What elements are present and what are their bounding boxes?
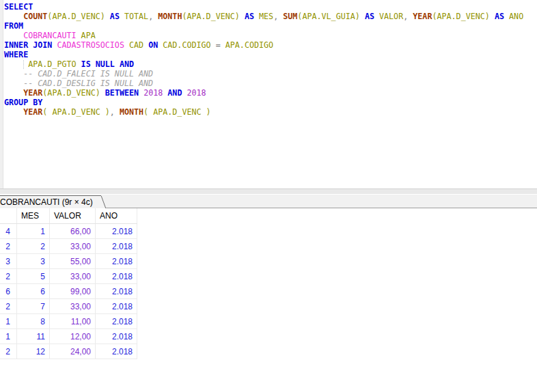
table-cell[interactable]: 2.018 — [96, 254, 137, 268]
code-line: WHERE — [4, 50, 523, 59]
table-cell[interactable]: 33,00 — [50, 269, 96, 283]
sql-token — [360, 12, 365, 21]
sql-token: AS — [110, 12, 120, 21]
table-row[interactable]: 1811,002.018 — [0, 314, 137, 329]
code-line: FROM — [4, 21, 523, 31]
table-cell[interactable]: 99,00 — [50, 284, 96, 298]
sql-token — [240, 12, 245, 21]
table-cell[interactable]: 11,00 — [50, 314, 96, 328]
sql-token: YEAR — [23, 88, 42, 98]
sql-token: = — [216, 40, 221, 50]
table-row[interactable]: 11112,002.018 — [0, 329, 137, 344]
results-tab-bar: COBRANCAUTI (9r × 4c) — [0, 195, 537, 208]
table-cell[interactable]: 4 — [0, 224, 17, 238]
table-row[interactable]: 21224,002.018 — [0, 344, 137, 359]
sql-token: COBRANCAUTI — [23, 31, 76, 40]
sql-token — [4, 59, 28, 69]
table-cell[interactable]: 1 — [0, 314, 17, 328]
column-header-valor[interactable]: VALOR — [50, 208, 96, 223]
results-tab[interactable]: COBRANCAUTI (9r × 4c) — [0, 195, 101, 208]
code-line: COUNT(APA.D_VENC) AS TOTAL, MONTH(APA.D_… — [4, 12, 523, 21]
table-cell[interactable]: 5 — [17, 269, 50, 283]
table-row[interactable]: 2233,002.018 — [0, 239, 137, 254]
sql-token: 2018 — [187, 88, 206, 98]
column-header-mes[interactable]: MES — [17, 208, 50, 223]
sql-token: INNER JOIN — [4, 40, 52, 50]
table-cell[interactable]: 8 — [17, 314, 50, 328]
table-cell[interactable]: 2.018 — [96, 299, 137, 313]
sql-token: , — [110, 107, 120, 117]
sql-token — [4, 88, 23, 98]
sql-token — [4, 12, 23, 21]
table-cell[interactable]: 2.018 — [96, 224, 137, 238]
table-cell[interactable]: 6 — [0, 284, 17, 298]
sql-token: ( APA.D_VENC ) — [143, 107, 211, 117]
column-header[interactable] — [0, 208, 17, 223]
table-cell[interactable]: 2.018 — [96, 344, 137, 359]
table-cell[interactable]: 2.018 — [96, 239, 137, 253]
table-cell[interactable]: 2.018 — [96, 269, 137, 283]
table-cell[interactable]: 2 — [0, 299, 17, 313]
table-cell[interactable]: 2.018 — [96, 329, 137, 344]
table-cell[interactable]: 2.018 — [96, 284, 137, 298]
table-cell[interactable]: 66,00 — [50, 224, 96, 238]
code-line: APA.D_PGTO IS NULL AND — [4, 59, 523, 69]
sql-token: -- CAD.D_FALECI IS NULL AND — [23, 69, 153, 79]
grid-header-row: MESVALORANO — [0, 208, 137, 224]
sql-token: (APA.VL_GUIA) — [297, 12, 359, 21]
sql-token: AS — [245, 12, 254, 21]
table-cell[interactable]: 12,00 — [50, 329, 96, 344]
sql-token — [105, 12, 110, 21]
table-cell[interactable]: 33,00 — [50, 299, 96, 313]
results-tab-label: COBRANCAUTI (9r × 4c) — [0, 197, 93, 207]
sql-token: SELECT — [4, 2, 33, 12]
table-cell[interactable]: 6 — [17, 284, 50, 298]
sql-token: APA.CODIGO — [221, 40, 273, 50]
table-cell[interactable]: 33,00 — [50, 239, 96, 253]
sql-token: (APA.D_VENC) — [432, 12, 489, 21]
table-cell[interactable]: 1 — [0, 329, 17, 344]
sql-token: ANO — [504, 12, 523, 21]
table-cell[interactable]: 55,00 — [50, 254, 96, 268]
sql-token: (APA.D_VENC) — [182, 12, 239, 21]
sql-token: YEAR — [413, 12, 432, 21]
table-cell[interactable]: 2 — [0, 344, 17, 359]
code-line: INNER JOIN CADASTROSOCIOS CAD ON CAD.COD… — [4, 40, 523, 50]
sql-token: ON — [148, 40, 158, 50]
table-cell[interactable]: 7 — [17, 299, 50, 313]
sql-token — [4, 107, 23, 117]
sql-editor[interactable]: SELECT COUNT(APA.D_VENC) AS TOTAL, MONTH… — [0, 0, 537, 188]
sql-token — [4, 79, 23, 88]
table-cell[interactable]: 2.018 — [96, 314, 137, 328]
sql-token: VALOR — [374, 12, 403, 21]
sql-token: MES — [254, 12, 273, 21]
sql-token: ( APA.D_VENC ) — [42, 107, 110, 117]
table-row[interactable]: 2533,002.018 — [0, 269, 137, 284]
column-header-ano[interactable]: ANO — [96, 208, 137, 223]
table-cell[interactable]: 3 — [0, 254, 17, 268]
code-line: YEAR(APA.D_VENC) BETWEEN 2018 AND 2018 — [4, 88, 523, 98]
sql-token: FROM — [4, 21, 23, 31]
sql-token: YEAR — [23, 107, 42, 117]
sql-token — [100, 88, 105, 98]
table-cell[interactable]: 24,00 — [50, 344, 96, 359]
splitter-handle[interactable] — [0, 188, 537, 195]
code-line: COBRANCAUTI APA — [4, 31, 523, 40]
table-cell[interactable]: 1 — [17, 224, 50, 238]
table-row[interactable]: 2733,002.018 — [0, 299, 137, 314]
table-cell[interactable]: 2 — [0, 269, 17, 283]
table-cell[interactable]: 3 — [17, 254, 50, 268]
indent-guide-icon — [23, 60, 24, 69]
code-line: SELECT — [4, 2, 523, 12]
table-row[interactable]: 3355,002.018 — [0, 254, 137, 269]
table-row[interactable]: 6699,002.018 — [0, 284, 137, 299]
sql-token: COUNT — [23, 12, 47, 21]
table-cell[interactable]: 2 — [17, 239, 50, 253]
table-cell[interactable]: 12 — [17, 344, 50, 359]
sql-token: APA — [77, 31, 96, 40]
sql-token: , — [403, 12, 413, 21]
table-cell[interactable]: 2 — [0, 239, 17, 253]
table-cell[interactable]: 11 — [17, 329, 50, 344]
results-grid[interactable]: MESVALORANO4166,002.0182233,002.0183355,… — [0, 208, 137, 359]
table-row[interactable]: 4166,002.018 — [0, 224, 137, 239]
